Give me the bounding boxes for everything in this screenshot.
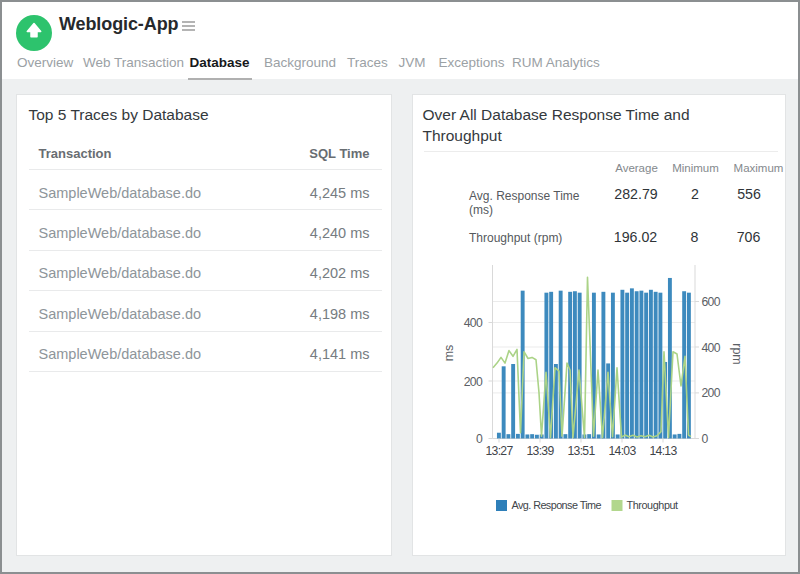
svg-text:400: 400 <box>464 316 483 330</box>
svg-text:0: 0 <box>702 432 709 446</box>
svg-text:rpm: rpm <box>730 343 744 365</box>
svg-text:0: 0 <box>476 432 483 446</box>
svg-text:200: 200 <box>702 386 721 400</box>
svg-text:13:39: 13:39 <box>527 444 555 458</box>
svg-text:600: 600 <box>702 295 721 309</box>
svg-text:14:03: 14:03 <box>609 444 637 458</box>
svg-text:ms: ms <box>442 345 456 362</box>
svg-text:Avg. Response Time: Avg. Response Time <box>512 499 602 511</box>
svg-text:200: 200 <box>464 375 483 389</box>
svg-text:400: 400 <box>702 341 721 355</box>
svg-text:13:51: 13:51 <box>568 444 596 458</box>
svg-text:13:27: 13:27 <box>486 444 514 458</box>
svg-text:14:13: 14:13 <box>650 444 678 458</box>
svg-text:Throughput: Throughput <box>627 499 679 511</box>
